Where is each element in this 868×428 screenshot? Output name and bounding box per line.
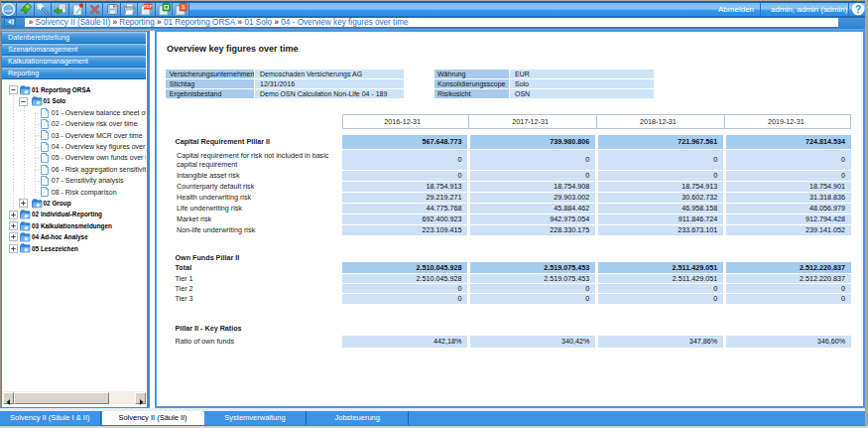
svg-text:?: ? — [855, 4, 861, 15]
svg-text:S: S — [182, 5, 185, 10]
svg-text:web: web — [5, 8, 13, 13]
svg-text:PDF: PDF — [145, 4, 154, 9]
